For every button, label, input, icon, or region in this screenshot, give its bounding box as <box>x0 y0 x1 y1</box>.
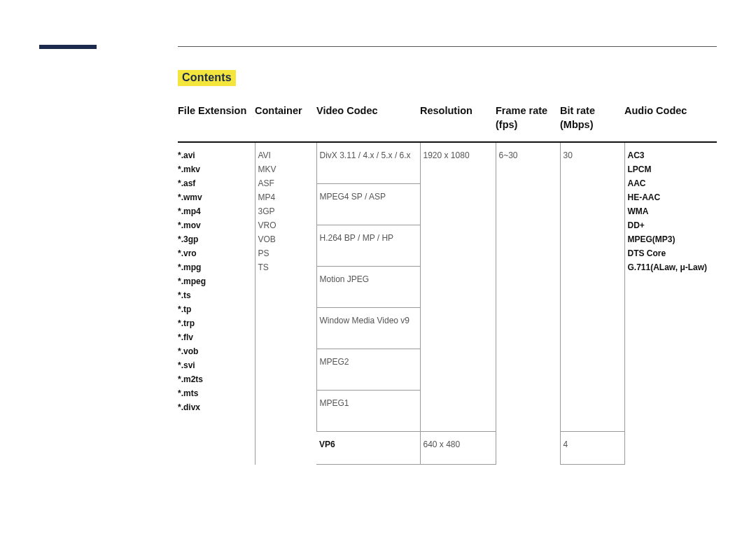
audio-codec-item: MPEG(MP3) <box>628 232 710 246</box>
file-extension-item: *.mpg <box>178 260 248 274</box>
file-extension-item: *.mov <box>178 218 248 232</box>
file-extension-item: *.ts <box>178 288 248 302</box>
container-item: MP4 <box>258 190 309 204</box>
container-item: AVI <box>258 148 309 162</box>
file-extension-item: *.wmv <box>178 190 248 204</box>
col-header-container: Container <box>255 100 316 142</box>
audio-codec-item: G.711(ALaw, μ-Law) <box>628 260 710 274</box>
file-extension-item: *.tp <box>178 302 248 316</box>
audio-codec-item: WMA <box>628 204 710 218</box>
cell-resolution-main: 1920 x 1080 <box>420 142 496 432</box>
file-extension-item: *.svi <box>178 358 248 372</box>
cell-file-extensions: *.avi*.mkv*.asf*.wmv*.mp4*.mov*.3gp*.vro… <box>178 142 255 465</box>
col-header-audio-codec: Audio Codec <box>624 100 717 142</box>
cell-bit-rate-main: 30 <box>560 142 624 432</box>
col-header-bit-rate: Bit rate (Mbps) <box>560 100 624 142</box>
codec-spec-table: File Extension Container Video Codec Res… <box>178 100 717 465</box>
file-extension-item: *.trp <box>178 316 248 330</box>
cell-resolution-vp6: 640 x 480 <box>420 432 496 465</box>
file-extension-item: *.3gp <box>178 232 248 246</box>
container-item: PS <box>258 246 309 260</box>
file-extension-item: *.m2ts <box>178 372 248 386</box>
video-codec-item: MPEG1 <box>317 391 420 431</box>
video-codec-item: MPEG2 <box>317 349 420 391</box>
audio-codec-item: AAC <box>628 176 710 190</box>
audio-codec-item: LPCM <box>628 162 710 176</box>
col-header-video-codec: Video Codec <box>316 100 420 142</box>
video-codec-item: DivX 3.11 / 4.x / 5.x / 6.x <box>317 143 420 184</box>
cell-frame-rate: 6~30 <box>496 142 560 465</box>
video-codec-item: MPEG4 SP / ASP <box>317 184 420 225</box>
col-header-file-extension: File Extension <box>178 100 255 142</box>
audio-codec-item: DTS Core <box>628 246 710 260</box>
container-item: 3GP <box>258 204 309 218</box>
file-extension-item: *.avi <box>178 148 248 162</box>
cell-video-codec-vp6: VP6 <box>316 432 420 465</box>
cell-bit-rate-vp6: 4 <box>560 432 624 465</box>
audio-codec-item: AC3 <box>628 148 710 162</box>
col-header-resolution: Resolution <box>420 100 496 142</box>
file-extension-item: *.asf <box>178 176 248 190</box>
file-extension-item: *.mpeg <box>178 274 248 288</box>
container-item: VRO <box>258 218 309 232</box>
cell-audio-codecs: AC3LPCMAACHE-AACWMADD+MPEG(MP3)DTS CoreG… <box>624 142 717 465</box>
container-item: VOB <box>258 232 309 246</box>
file-extension-item: *.mts <box>178 386 248 400</box>
audio-codec-item: DD+ <box>628 218 710 232</box>
file-extension-item: *.mp4 <box>178 204 248 218</box>
video-codec-item: H.264 BP / MP / HP <box>317 225 420 267</box>
audio-codec-item: HE-AAC <box>628 190 710 204</box>
file-extension-item: *.vro <box>178 246 248 260</box>
video-codec-item: Window Media Video v9 <box>317 308 420 349</box>
video-codec-item: Motion JPEG <box>317 267 420 308</box>
header-rule <box>178 46 717 47</box>
cell-video-codecs-main: DivX 3.11 / 4.x / 5.x / 6.xMPEG4 SP / AS… <box>316 142 420 432</box>
container-item: ASF <box>258 176 309 190</box>
header-accent-bar <box>39 45 97 49</box>
container-item: MKV <box>258 162 309 176</box>
col-header-frame-rate: Frame rate (fps) <box>496 100 560 142</box>
contents-heading: Contents <box>178 70 236 86</box>
file-extension-item: *.vob <box>178 344 248 358</box>
file-extension-item: *.mkv <box>178 162 248 176</box>
file-extension-item: *.flv <box>178 330 248 344</box>
container-item: TS <box>258 260 309 274</box>
cell-containers: AVIMKVASFMP43GPVROVOBPSTS <box>255 142 316 465</box>
file-extension-item: *.divx <box>178 400 248 414</box>
